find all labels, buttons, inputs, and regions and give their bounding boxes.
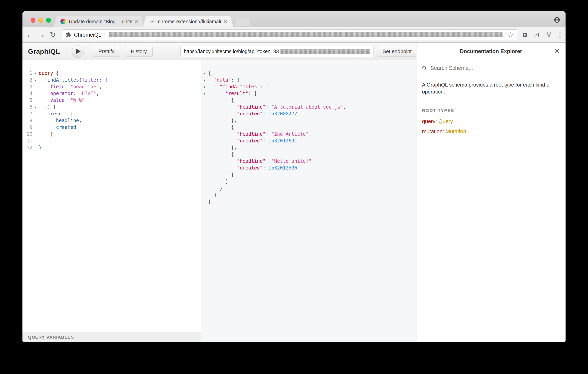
window-zoom-button[interactable]: [46, 18, 51, 23]
line-number: 7: [22, 110, 32, 117]
result-line: "headline": "A tutorial about vue.js",: [201, 104, 416, 110]
result-line: },: [201, 117, 416, 124]
doc-explorer-title: Documentation Explorer: [460, 48, 522, 55]
window-minimize-button[interactable]: [38, 18, 43, 23]
fold-arrow-icon[interactable]: ▾: [201, 83, 208, 90]
fold-arrow-icon: [201, 97, 208, 104]
fold-arrow-icon: [201, 151, 208, 158]
result-code-text: "findArticles": {: [208, 83, 268, 90]
doc-search-box[interactable]: [416, 60, 566, 76]
graphiql-topbar: GraphiQL Prettify History https://fancy.…: [22, 43, 416, 60]
tab-close-icon[interactable]: ×: [224, 18, 227, 25]
fold-arrow-icon[interactable]: ▾: [32, 77, 39, 83]
execute-button[interactable]: [72, 45, 84, 57]
fold-arrow-icon[interactable]: ▾: [201, 77, 208, 83]
line-number: 5: [22, 97, 32, 104]
fold-arrow-icon: [201, 171, 208, 178]
tab-close-icon[interactable]: ×: [134, 18, 138, 25]
query-keyword: query: [422, 118, 436, 124]
extension-icon-1[interactable]: [520, 27, 529, 42]
reload-icon[interactable]: ↻: [48, 27, 57, 42]
fold-arrow-icon: [32, 117, 39, 124]
root-types-heading: ROOT TYPES: [416, 97, 566, 116]
forward-icon[interactable]: →: [36, 27, 46, 42]
result-line: "created": 1532012596: [201, 165, 416, 171]
fold-arrow-icon[interactable]: ▾: [32, 70, 39, 77]
query-column: 1▾query {2▾ findArticles(filter: {3 fiel…: [22, 60, 201, 342]
root-type-query-row: query: Query: [416, 116, 566, 127]
fold-arrow-icon[interactable]: ▾: [32, 104, 39, 110]
extension-puzzle-icon: [66, 32, 72, 38]
address-bar[interactable]: ChromeiQL ☆: [62, 29, 517, 40]
result-line: }: [201, 198, 416, 205]
query-line: 12}: [22, 144, 201, 151]
result-viewer[interactable]: ▾{▾ "data": {▾ "findArticles": {▾ "resul…: [201, 60, 416, 342]
history-button[interactable]: History: [125, 46, 153, 56]
result-code-text: "created": 1532012691: [208, 137, 297, 144]
mutation-type-link[interactable]: Mutation: [446, 129, 466, 134]
blurred-token-text: [281, 49, 370, 54]
doc-close-icon[interactable]: ×: [554, 43, 560, 60]
prettify-button[interactable]: Prettify: [93, 46, 120, 56]
vue-devtools-icon[interactable]: V: [544, 27, 553, 42]
fold-arrow-icon: [32, 131, 39, 137]
result-code-text: }: [208, 198, 211, 205]
browser-tab-unite-cms[interactable]: Update domain "Blog" - unite c ×: [54, 16, 144, 27]
schema-search-input[interactable]: [430, 65, 560, 71]
set-endpoint-button[interactable]: Set endpoint: [377, 46, 418, 56]
play-icon: [76, 49, 81, 54]
result-line: "created": 1532088277: [201, 110, 416, 117]
new-tab-button[interactable]: [234, 18, 251, 26]
fold-arrow-icon: [201, 117, 208, 124]
browser-tab-chromeiql[interactable]: chrome-extension://fkkiamalm ×: [143, 16, 233, 27]
graphiql-left-pane: GraphiQL Prettify History https://fancy.…: [22, 43, 416, 342]
result-line: {: [201, 124, 416, 131]
fold-arrow-icon[interactable]: ▾: [201, 70, 208, 77]
query-line: 8 headline,: [22, 117, 201, 124]
query-editor[interactable]: 1▾query {2▾ findArticles(filter: {3 fiel…: [22, 60, 201, 332]
result-code-text: }: [208, 171, 234, 178]
result-line: {: [201, 151, 416, 158]
query-code-text: operator: "LIKE",: [39, 90, 99, 97]
query-code-text: field: "headline",: [39, 83, 102, 90]
back-icon[interactable]: ←: [25, 27, 35, 42]
result-line: }: [201, 171, 416, 178]
query-variables-bar[interactable]: QUERY VARIABLES: [22, 332, 201, 342]
profile-icon[interactable]: [554, 17, 560, 23]
result-line: "headline": "Hello unite!",: [201, 158, 416, 165]
fold-arrow-icon: [32, 90, 39, 97]
line-number: 2: [22, 77, 32, 83]
result-line: ▾ "result": [: [201, 90, 416, 97]
query-line: 7 result {: [22, 110, 201, 117]
query-line: 9 created: [22, 124, 201, 131]
result-code-text: {: [208, 124, 234, 131]
result-line: "headline": "2nd Article",: [201, 131, 416, 137]
browser-menu-icon[interactable]: ⋮: [556, 27, 564, 42]
editors-area: 1▾query {2▾ findArticles(filter: {3 fiel…: [22, 60, 416, 342]
line-number: 9: [22, 124, 32, 131]
query-code-text: }: [39, 137, 47, 144]
chromeiql-extension-icon[interactable]: [532, 27, 541, 42]
doc-explorer-panel: Documentation Explorer × A GraphQL schem…: [416, 43, 566, 342]
query-code-text: result {: [39, 110, 73, 117]
result-code-text: "result": [: [208, 90, 257, 97]
query-code-text: }) {: [39, 104, 56, 110]
fold-arrow-icon: [201, 158, 208, 165]
result-code-text: },: [208, 144, 237, 151]
endpoint-input[interactable]: https://fancy.unitecms.io/blog/api?token…: [180, 46, 374, 57]
fold-arrow-icon: [201, 144, 208, 151]
fold-arrow-icon: [201, 131, 208, 137]
fold-arrow-icon[interactable]: ▾: [201, 90, 208, 97]
result-code-text: ]: [208, 178, 228, 185]
query-type-link[interactable]: Query: [439, 118, 453, 124]
chromeiql-favicon-icon: [150, 19, 155, 24]
unite-cms-favicon-icon: [60, 19, 66, 24]
fold-arrow-icon: [201, 137, 208, 144]
query-editor-lines: 1▾query {2▾ findArticles(filter: {3 fiel…: [22, 70, 201, 151]
bookmark-star-icon[interactable]: ☆: [507, 31, 514, 39]
query-code-text: headline,: [39, 117, 82, 124]
doc-intro-text: A GraphQL schema provides a root type fo…: [416, 76, 566, 97]
result-line: ▾ "findArticles": {: [201, 83, 416, 90]
result-lines: ▾{▾ "data": {▾ "findArticles": {▾ "resul…: [201, 70, 416, 205]
window-close-button[interactable]: [31, 18, 35, 23]
